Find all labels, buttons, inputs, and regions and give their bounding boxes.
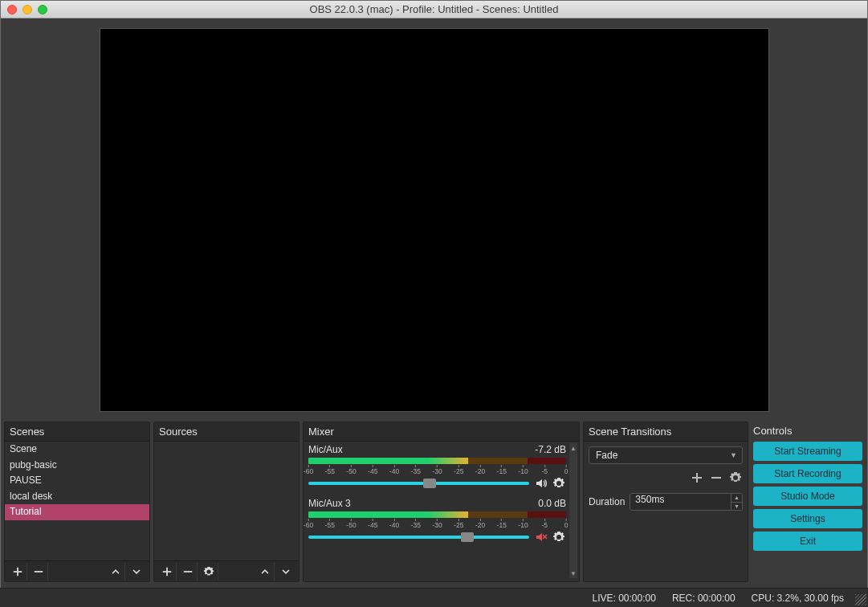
- source-add-button[interactable]: [157, 563, 177, 581]
- sources-toolbar: [154, 560, 299, 581]
- titlebar: OBS 22.0.3 (mac) - Profile: Untitled - S…: [1, 1, 867, 18]
- scene-move-up-button[interactable]: [106, 563, 125, 581]
- transitions-header: Scene Transitions: [584, 422, 748, 442]
- level-meter: [308, 458, 566, 464]
- sources-panel: Sources: [153, 422, 300, 582]
- duration-value[interactable]: 350ms: [630, 493, 731, 511]
- channel-settings-button[interactable]: [552, 530, 566, 544]
- sources-list[interactable]: [154, 442, 299, 560]
- scenes-toolbar: [5, 560, 149, 581]
- minus-icon: [182, 566, 194, 577]
- scene-item[interactable]: Scene: [5, 442, 149, 458]
- start-streaming-button[interactable]: Start Streaming: [753, 442, 862, 461]
- scene-remove-button[interactable]: [29, 563, 48, 581]
- exit-button[interactable]: Exit: [753, 532, 862, 551]
- source-move-up-button[interactable]: [255, 563, 275, 581]
- transition-properties-button[interactable]: [728, 471, 743, 485]
- db-scale: -60-55-50-45-40-35-30-25-20-15-10-50: [308, 465, 566, 475]
- scene-item[interactable]: PAUSE: [5, 473, 149, 489]
- channel-db: 0.0 dB: [538, 498, 566, 509]
- source-properties-button[interactable]: [199, 563, 218, 581]
- scene-item[interactable]: Tutorial: [5, 504, 149, 520]
- plus-icon: [12, 566, 23, 577]
- volume-slider[interactable]: [308, 482, 529, 485]
- status-live: LIVE: 00:00:00: [592, 593, 655, 604]
- chevron-down-icon: [132, 567, 141, 576]
- scenes-panel: Scenes Scenepubg-basicPAUSElocal deskTut…: [4, 422, 150, 582]
- transition-selected-label: Fade: [596, 450, 617, 461]
- minus-icon: [710, 471, 723, 484]
- scenes-header: Scenes: [5, 422, 149, 442]
- dropdown-caret-icon: ▼: [730, 451, 737, 459]
- plus-icon: [161, 566, 173, 577]
- level-meter: [308, 511, 566, 518]
- scenes-list[interactable]: Scenepubg-basicPAUSElocal deskTutorial: [5, 442, 149, 560]
- preview-canvas[interactable]: [100, 29, 768, 411]
- settings-button[interactable]: Settings: [753, 509, 862, 528]
- mixer-body: Mic/Aux-7.2 dB-60-55-50-45-40-35-30-25-2…: [304, 442, 579, 581]
- scene-item[interactable]: pubg-basic: [5, 458, 149, 474]
- controls-panel: Controls Start StreamingStart RecordingS…: [752, 422, 864, 582]
- minus-icon: [33, 566, 44, 577]
- gear-icon: [729, 471, 742, 484]
- transition-add-button[interactable]: [690, 471, 704, 485]
- status-cpu: CPU: 3.2%, 30.00 fps: [752, 593, 844, 604]
- speaker-muted-icon[interactable]: [534, 530, 548, 544]
- studio-mode-button[interactable]: Studio Mode: [753, 487, 862, 506]
- channel-db: -7.2 dB: [535, 444, 566, 455]
- chevron-down-icon: [281, 567, 291, 576]
- volume-slider[interactable]: [308, 536, 529, 539]
- duration-spinner[interactable]: 350ms ▲ ▼: [630, 493, 743, 511]
- transition-select[interactable]: Fade ▼: [589, 446, 743, 464]
- channel-name: Mic/Aux: [308, 444, 343, 455]
- transition-remove-button[interactable]: [709, 471, 723, 485]
- resize-grip[interactable]: [855, 594, 866, 605]
- scene-add-button[interactable]: [8, 563, 27, 581]
- duration-step-up[interactable]: ▲: [731, 494, 742, 503]
- mixer-panel: Mixer Mic/Aux-7.2 dB-60-55-50-45-40-35-3…: [303, 422, 580, 582]
- chevron-up-icon: [260, 567, 270, 576]
- plus-icon: [691, 471, 703, 484]
- preview-area: [1, 18, 867, 422]
- source-move-down-button[interactable]: [276, 563, 295, 581]
- duration-label: Duration: [589, 496, 625, 507]
- scene-item[interactable]: local desk: [5, 489, 149, 505]
- source-remove-button[interactable]: [178, 563, 198, 581]
- mixer-channel: Mic/Aux-7.2 dB-60-55-50-45-40-35-30-25-2…: [308, 443, 566, 491]
- window-title: OBS 22.0.3 (mac) - Profile: Untitled - S…: [7, 3, 861, 15]
- mixer-scrollbar[interactable]: ▲ ▼: [569, 443, 577, 578]
- channel-settings-button[interactable]: [552, 476, 566, 491]
- status-rec: REC: 00:00:00: [672, 593, 736, 604]
- chevron-up-icon: [111, 567, 120, 576]
- controls-header: Controls: [752, 422, 864, 440]
- duration-step-down[interactable]: ▼: [731, 503, 742, 511]
- mixer-header: Mixer: [304, 422, 579, 442]
- channel-name: Mic/Aux 3: [308, 498, 351, 509]
- transitions-panel: Scene Transitions Fade ▼ Duration 350ms …: [583, 422, 748, 582]
- mixer-channel: Mic/Aux 30.0 dB-60-55-50-45-40-35-30-25-…: [308, 497, 566, 544]
- scene-move-down-button[interactable]: [127, 563, 146, 581]
- scroll-down-icon[interactable]: ▼: [569, 568, 577, 578]
- gear-icon: [203, 566, 214, 577]
- speaker-icon[interactable]: [534, 476, 548, 491]
- sources-header: Sources: [154, 422, 299, 442]
- start-recording-button[interactable]: Start Recording: [753, 464, 862, 483]
- db-scale: -60-55-50-45-40-35-30-25-20-15-10-50: [308, 519, 566, 528]
- status-bar: LIVE: 00:00:00 REC: 00:00:00 CPU: 3.2%, …: [0, 588, 868, 607]
- scroll-up-icon[interactable]: ▲: [569, 443, 577, 453]
